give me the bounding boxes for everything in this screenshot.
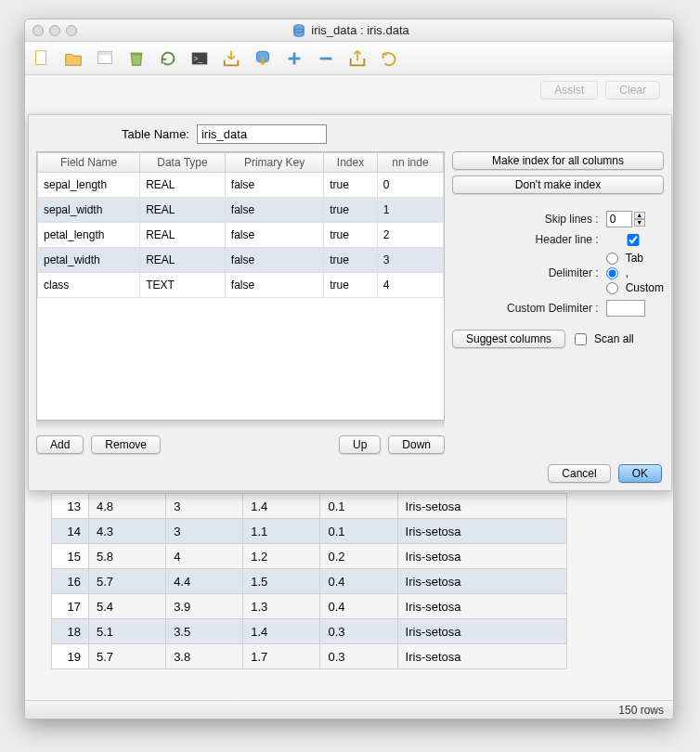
column-cell-n[interactable]: 4: [377, 273, 443, 298]
data-cell[interactable]: 0.3: [320, 619, 397, 644]
data-cell[interactable]: 5.4: [89, 594, 166, 619]
data-cell[interactable]: 1.5: [243, 569, 320, 594]
data-cell[interactable]: 1.3: [243, 594, 320, 619]
data-cell[interactable]: 15: [52, 544, 89, 569]
col-header-field[interactable]: Field Name: [38, 153, 140, 173]
column-cell-n[interactable]: 0: [377, 173, 443, 198]
column-cell-index[interactable]: true: [324, 198, 378, 223]
import-icon[interactable]: [220, 47, 242, 70]
export-db-icon[interactable]: [252, 47, 274, 70]
columns-table[interactable]: Field Name Data Type Primary Key Index n…: [36, 151, 445, 421]
new-window-icon[interactable]: [94, 47, 116, 70]
column-cell-index[interactable]: true: [324, 273, 378, 298]
move-down-button[interactable]: Down: [388, 435, 445, 454]
data-cell[interactable]: 0.1: [320, 494, 397, 519]
close-icon[interactable]: [32, 25, 44, 36]
column-row[interactable]: petal_widthREALfalsetrue3: [38, 248, 444, 273]
col-header-pk[interactable]: Primary Key: [225, 153, 323, 173]
data-grid[interactable]: 134.831.40.1Iris-setosa144.331.10.1Iris-…: [51, 493, 567, 669]
delimiter-comma-radio[interactable]: [606, 267, 618, 279]
data-cell[interactable]: 4.4: [166, 569, 243, 594]
col-header-index[interactable]: Index: [324, 153, 378, 173]
trash-icon[interactable]: [125, 47, 148, 70]
no-index-button[interactable]: Don't make index: [452, 175, 664, 194]
stepper-down-icon[interactable]: ▼: [634, 219, 645, 227]
suggest-columns-button[interactable]: Suggest columns: [452, 330, 565, 348]
data-cell[interactable]: 1.1: [243, 519, 320, 544]
data-cell[interactable]: 16: [52, 569, 89, 594]
table-row[interactable]: 134.831.40.1Iris-setosa: [52, 494, 567, 519]
col-header-n[interactable]: nn inde: [377, 153, 443, 173]
data-cell[interactable]: 3: [166, 494, 243, 519]
column-row[interactable]: sepal_widthREALfalsetrue1: [38, 198, 444, 223]
scan-all-checkbox[interactable]: [575, 333, 587, 345]
minus-icon[interactable]: [315, 47, 337, 70]
column-cell-pk[interactable]: false: [225, 248, 323, 273]
column-cell-n[interactable]: 2: [377, 223, 443, 248]
table-row[interactable]: 144.331.10.1Iris-setosa: [52, 519, 567, 544]
column-cell-name[interactable]: petal_width: [38, 248, 140, 273]
data-cell[interactable]: Iris-setosa: [397, 594, 566, 619]
undo-icon[interactable]: [378, 47, 400, 70]
table-row[interactable]: 195.73.81.70.3Iris-setosa: [52, 644, 567, 669]
data-cell[interactable]: Iris-setosa: [397, 644, 566, 669]
data-cell[interactable]: 18: [52, 619, 89, 644]
header-line-checkbox[interactable]: [606, 234, 660, 246]
column-cell-pk[interactable]: false: [225, 273, 323, 298]
data-cell[interactable]: 3.9: [166, 594, 243, 619]
column-row[interactable]: classTEXTfalsetrue4: [38, 273, 444, 298]
add-column-button[interactable]: Add: [36, 435, 84, 454]
data-cell[interactable]: 0.2: [320, 544, 397, 569]
column-cell-name[interactable]: sepal_length: [38, 173, 140, 198]
table-name-input[interactable]: [197, 124, 327, 144]
data-cell[interactable]: 0.4: [320, 594, 397, 619]
column-row[interactable]: sepal_lengthREALfalsetrue0: [38, 173, 444, 198]
column-cell-n[interactable]: 1: [377, 198, 443, 223]
column-cell-index[interactable]: true: [324, 223, 378, 248]
column-cell-name[interactable]: class: [38, 273, 140, 298]
column-cell-pk[interactable]: false: [225, 173, 323, 198]
column-cell-type[interactable]: REAL: [140, 248, 226, 273]
data-cell[interactable]: 4.8: [89, 494, 166, 519]
data-cell[interactable]: 5.1: [89, 619, 166, 644]
terminal-icon[interactable]: >_: [188, 47, 211, 70]
move-up-button[interactable]: Up: [339, 435, 381, 454]
data-cell[interactable]: 0.3: [320, 644, 397, 669]
plus-icon[interactable]: [283, 47, 305, 70]
cancel-button[interactable]: Cancel: [548, 464, 610, 483]
assist-button[interactable]: Assist: [540, 81, 598, 99]
col-header-type[interactable]: Data Type: [140, 153, 226, 173]
skip-lines-stepper[interactable]: ▲▼: [606, 211, 664, 227]
data-cell[interactable]: Iris-setosa: [397, 544, 566, 569]
data-cell[interactable]: 5.7: [89, 644, 166, 669]
data-cell[interactable]: Iris-setosa: [397, 619, 566, 644]
data-cell[interactable]: 5.7: [89, 569, 166, 594]
column-cell-pk[interactable]: false: [225, 223, 323, 248]
data-cell[interactable]: 1.4: [243, 494, 320, 519]
data-cell[interactable]: Iris-setosa: [397, 569, 566, 594]
data-cell[interactable]: 0.1: [320, 519, 397, 544]
column-cell-pk[interactable]: false: [225, 198, 323, 223]
data-cell[interactable]: 19: [52, 644, 89, 669]
column-cell-index[interactable]: true: [324, 248, 378, 273]
data-cell[interactable]: Iris-setosa: [397, 494, 566, 519]
data-cell[interactable]: Iris-setosa: [397, 519, 566, 544]
delimiter-custom-radio[interactable]: [606, 282, 618, 294]
outbox-icon[interactable]: [346, 47, 369, 70]
data-cell[interactable]: 5.8: [89, 544, 166, 569]
ok-button[interactable]: OK: [618, 464, 662, 483]
skip-lines-input[interactable]: [606, 211, 632, 227]
table-row[interactable]: 175.43.91.30.4Iris-setosa: [52, 594, 567, 619]
table-row[interactable]: 155.841.20.2Iris-setosa: [52, 544, 567, 569]
data-cell[interactable]: 3.8: [166, 644, 243, 669]
table-row[interactable]: 165.74.41.50.4Iris-setosa: [52, 569, 567, 594]
column-cell-type[interactable]: REAL: [140, 198, 226, 223]
new-file-icon[interactable]: [31, 47, 53, 70]
column-cell-name[interactable]: sepal_width: [38, 198, 140, 223]
column-cell-n[interactable]: 3: [377, 248, 443, 273]
data-cell[interactable]: 14: [52, 519, 89, 544]
data-cell[interactable]: 4: [166, 544, 243, 569]
data-cell[interactable]: 4.3: [89, 519, 166, 544]
custom-delimiter-input[interactable]: [606, 300, 645, 317]
column-cell-index[interactable]: true: [324, 173, 378, 198]
